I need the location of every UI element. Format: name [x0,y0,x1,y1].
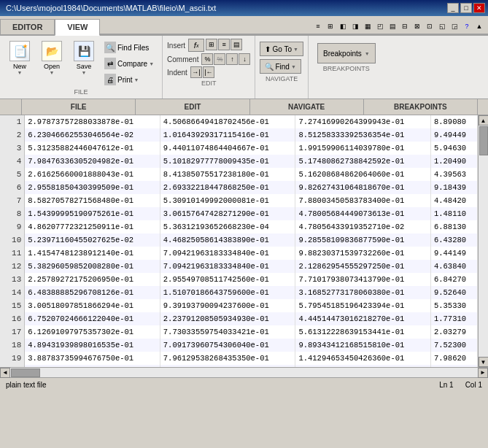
data-cell: 4.48420 [430,194,477,207]
ribbon-expand[interactable]: ▲ [473,20,485,32]
ribbon-icon-2[interactable]: ⊞ [325,20,336,32]
print-button[interactable]: 🖨 Print ▼ [101,72,158,87]
scroll-track [479,125,488,357]
data-cell: 7.98620 [430,352,477,365]
data-cell: 9.52640 [430,286,477,299]
data-cell: 6.84270 [430,273,477,286]
scroll-up-button[interactable]: ▲ [479,115,489,125]
insert-icon-2[interactable]: ≡ [218,39,230,50]
ribbon-icon-7[interactable]: ▤ [387,20,398,32]
fx-button[interactable]: fx [188,39,204,52]
data-cell: 9.49449 [430,128,477,142]
close-button[interactable]: ✕ [473,3,485,13]
goto-button[interactable]: ⬆ Go To ▼ [260,42,303,56]
ribbon-icon-8[interactable]: ⊟ [399,20,411,32]
ribbon-icon-3[interactable]: ◧ [337,20,349,32]
cursor-position: Ln 1 Col 1 [439,381,482,389]
scroll-h-thumb[interactable] [11,368,40,377]
status-bar: plain text file Ln 1 Col 1 [0,377,488,392]
save-icon: 💾 [74,41,94,61]
data-cell: 4.86207772321250911e-01 [25,220,160,233]
data-cell: 1.41294653450426360e-01 [295,352,431,365]
comment-icons: % % ↑ ↓ [201,53,250,65]
data-cell: 1.41547481238912140e-01 [25,247,160,260]
ribbon-icon-9[interactable]: ⊠ [411,20,423,32]
scroll-left-button[interactable]: ◄ [0,368,10,378]
col-header-file: FILE [22,99,136,115]
ribbon-icon-1[interactable]: ≡ [312,20,324,32]
scroll-right-button[interactable]: ► [478,368,488,378]
row-num-header [0,99,22,115]
ribbon-icon-12[interactable]: ◲ [449,20,460,32]
indent-icon-2[interactable]: |← [203,66,214,78]
find-files-button[interactable]: 🔍 Find Files [101,40,158,55]
data-cell: 8.41385075517238180e-01 [160,168,295,181]
scroll-thumb[interactable] [479,126,488,155]
open-button[interactable]: 📂 Open ▼ [36,39,67,77]
data-cell: 4.46825058614383890e-01 [160,233,295,247]
minimize-button[interactable]: _ [447,3,459,13]
breakpoints-button[interactable]: Breakpoints ▼ [317,43,376,63]
table-row: 105.23971160455027625e-024.4682505861438… [0,233,478,247]
edit-comment: Comment % % ↑ ↓ [167,53,250,65]
data-cell: 7.98476336305204982e-01 [25,155,160,168]
ribbon-help[interactable]: ? [461,20,473,32]
data-cell: 2.97873757288033878e-01 [25,115,160,128]
compare-button[interactable]: ⇄ Compare ▼ [101,56,158,71]
open-dropdown-arrow: ▼ [50,70,55,75]
new-button[interactable]: 📄 ★ New ▼ [4,39,35,77]
insert-small-icons: ⊞ ≡ ▤ [206,39,242,52]
data-cell: 1.20490 [430,155,477,168]
maximize-button[interactable]: □ [460,3,472,13]
data-cell: 5.79545185196423394e-01 [295,299,431,312]
comment-icon-1[interactable]: % [201,53,213,65]
col-header-edit: EDIT [136,99,249,115]
insert-icon-3[interactable]: ▤ [231,39,242,50]
ribbon-edit-section: Insert fx ⊞ ≡ ▤ Comment % % ↑ ↓ Indent [163,36,255,99]
data-cell: 4.50686649418702456e-01 [160,115,295,128]
comment-icon-2[interactable]: % [214,53,225,65]
ribbon-icon-10[interactable]: ⊡ [424,20,435,32]
window-controls: _ □ ✕ [447,3,485,13]
comment-icon-4[interactable]: ↓ [239,53,250,65]
row-number-cell: 14 [0,286,25,299]
horizontal-scrollbar[interactable]: ◄ ► [0,367,488,377]
navigate-section-label: NAVIGATE [260,75,303,82]
data-cell: 2.61625660001888043e-01 [25,168,160,181]
comment-icon-3[interactable]: ↑ [226,53,238,65]
ribbon-icon-6[interactable]: ◰ [374,20,386,32]
ribbon-icon-5[interactable]: ▦ [362,20,373,32]
table-row: 94.86207772321250911e-015.36312193652668… [0,220,478,233]
data-cell: 6.48388885296708126e-01 [25,286,160,299]
data-cell: 8.51258333392536354e-01 [295,128,431,142]
data-cell: 9.82627431064818670e-01 [295,181,431,194]
ribbon-icon-11[interactable]: ◱ [436,20,448,32]
table-row: 111.41547481238912140e-017.0942196318333… [0,247,478,260]
row-number-cell: 5 [0,168,25,181]
table-row: 12.97873757288033878e-014.50686649418702… [0,115,478,128]
row-number-cell: 2 [0,128,25,142]
edit-top: Insert fx ⊞ ≡ ▤ [167,39,250,52]
insert-icon-1[interactable]: ⊞ [206,39,217,50]
ribbon-icon-4[interactable]: ◨ [349,20,361,32]
scroll-down-button[interactable]: ▼ [479,357,489,367]
data-cell: 5.17480862738842592e-01 [295,155,431,168]
data-cell: 9.89343412168515810e-01 [295,339,431,352]
ribbon: 📄 ★ New ▼ 📂 Open ▼ 💾 Save ▼ [0,36,488,99]
data-cell: 7.96129538268435350e-01 [160,352,295,365]
data-cell: 6.75207024666122040e-01 [25,312,160,325]
indent-icon-1[interactable]: →| [190,66,202,78]
data-cell: 4.44514473016218270e-01 [295,312,431,325]
tab-view[interactable]: VIEW [55,19,100,36]
find-button[interactable]: 🔍 Find ▼ [260,59,301,74]
table-row: 81.54399995190975261e-013.06157647428271… [0,207,478,220]
table-row: 146.48388885296708126e-011.5107018664375… [0,286,478,299]
data-cell: 7.71017938073413790e-01 [295,273,431,286]
vertical-scrollbar[interactable]: ▲ ▼ [478,115,488,367]
data-cell: 9.68478 [430,365,477,367]
data-cell: 9.39193790094237600e-01 [160,299,295,312]
tab-editor[interactable]: EDITOR [0,19,55,34]
save-dropdown-arrow: ▼ [82,70,87,75]
edit-section-label: EDIT [167,80,250,87]
save-button[interactable]: 💾 Save ▼ [69,39,99,77]
